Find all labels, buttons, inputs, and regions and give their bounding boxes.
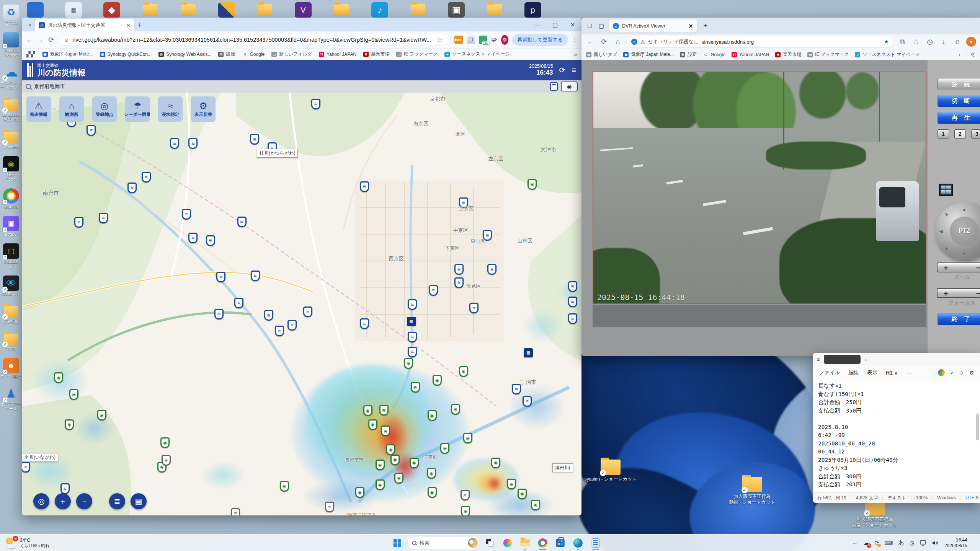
camera-marker[interactable]: ◉ xyxy=(428,487,437,498)
camera-marker[interactable]: ◉ xyxy=(390,455,400,465)
new-tab-button[interactable]: + xyxy=(700,20,711,31)
menu-view[interactable]: 表示 xyxy=(867,369,877,376)
zoom-out-button[interactable]: － xyxy=(76,493,92,509)
address-bar[interactable]: ⊙ river.go.jp/kawabou/mb?zm=12&clat=35.0… xyxy=(59,34,451,46)
gauge-marker[interactable]: ≋ xyxy=(523,396,532,407)
bookmark-item[interactable]: R楽天市場 xyxy=(363,51,389,57)
gauge-marker[interactable]: ≋ xyxy=(360,181,369,192)
settings-gear-icon[interactable]: ⚙ xyxy=(969,370,974,376)
camera-marker[interactable]: ◉ xyxy=(355,487,364,498)
bookmark-item[interactable]: Y!Yahoo! JAPAN xyxy=(732,52,769,57)
show-desktop-button[interactable] xyxy=(973,535,975,551)
gauge-marker[interactable]: ≋ xyxy=(287,320,297,331)
desktop-icon[interactable] xyxy=(218,2,235,18)
desktop-icon-intel[interactable]: ↗Intel(R) Tuning xyxy=(0,32,22,57)
alert-marker[interactable]: ▦ xyxy=(524,348,533,357)
locate-button[interactable]: ◎ xyxy=(33,493,49,509)
bookmark-item[interactable]: ◉Synology QuickCon... xyxy=(100,52,152,57)
quit-button[interactable]: 終 了 xyxy=(938,313,980,325)
flood-map[interactable]: ≋≋≋≋≋≋≋≋≋≋≋≋≋≋≋≋≋≋≋≋≋≋≋≋≋≋≋≋≋≋≋≋≋≋≋≋≋≋≋≋… xyxy=(22,93,581,515)
gauge-marker[interactable]: ≋ xyxy=(275,326,284,336)
play-button[interactable]: 再 生 xyxy=(938,112,980,124)
camera-marker[interactable]: ◉ xyxy=(376,479,385,490)
favorite-star-icon[interactable]: ★ xyxy=(884,38,889,45)
disconnect-button[interactable]: 切 断 xyxy=(938,95,980,107)
gauge-marker[interactable]: ≋ xyxy=(568,297,577,307)
camera-marker[interactable]: ◉ xyxy=(427,468,436,479)
timer-extension-icon[interactable]: 16s xyxy=(479,36,487,44)
river-tooltip-setagawa[interactable]: 瀬田川( xyxy=(552,463,573,472)
connect-button[interactable]: 接 続 xyxy=(938,78,980,90)
bookmark-item[interactable]: ⚙設定 xyxy=(218,51,235,57)
camera-marker[interactable]: ◉ xyxy=(428,410,437,421)
bookmark-item[interactable]: GGoogle xyxy=(703,52,725,57)
gauge-marker[interactable]: ≋ xyxy=(461,490,470,500)
edge-active-tab[interactable]: e DVR ActiveX Viewer ✕ xyxy=(609,20,697,33)
downloads-icon[interactable]: ↓ xyxy=(939,38,949,46)
gauge-marker[interactable]: ≋ xyxy=(182,209,191,220)
map-tool-button[interactable]: ☂レーダー雨量 xyxy=(125,96,150,122)
menu-kebab-icon[interactable]: ⋮ xyxy=(572,36,578,43)
gauge-marker[interactable]: ≋ xyxy=(188,233,198,243)
ptz-downleft-arrow[interactable]: ▲ xyxy=(942,246,950,253)
view-3-button[interactable]: 3 xyxy=(971,129,980,139)
view-2-button[interactable]: 2 xyxy=(954,129,966,139)
gauge-marker[interactable]: ≋ xyxy=(311,99,320,109)
search-highlight-image[interactable] xyxy=(468,538,478,548)
desktop-icon-folder[interactable]: ✓27e456c xyxy=(0,303,22,324)
gauge-marker[interactable]: ≋ xyxy=(454,277,464,288)
copilot-icon[interactable] xyxy=(938,369,945,376)
bookmark-item[interactable]: ◕ソースネクスト マイページ xyxy=(855,51,920,58)
camera-marker[interactable]: ◉ xyxy=(461,506,470,515)
desktop-icon[interactable]: ▣ xyxy=(448,2,465,18)
address-bar[interactable]: e ⚠ セキュリティ保護なし sinsenyasai.nsddns.org ★ xyxy=(627,36,893,47)
copilot-button[interactable] xyxy=(500,535,515,551)
gauge-marker[interactable]: ≋ xyxy=(568,313,577,324)
gauge-marker[interactable]: ≋ xyxy=(142,172,151,183)
bookmark-star-icon[interactable]: ☆ xyxy=(435,36,445,44)
tab-search-icon[interactable]: ∨ xyxy=(25,20,35,30)
desktop-icon[interactable]: ◆ xyxy=(103,2,120,18)
ptz-left-arrow[interactable]: ◀ xyxy=(939,228,943,234)
bookmarks-overflow-icon[interactable]: » xyxy=(574,51,577,57)
back-button[interactable]: ← xyxy=(585,38,595,46)
ptz-up-arrow[interactable]: ▲ xyxy=(962,207,967,212)
camera-marker[interactable]: ◉ xyxy=(280,481,289,492)
desktop-icon-cms[interactable]: 👁✓CMS - シ xyxy=(0,276,22,296)
hamburger-menu-icon[interactable]: ≡ xyxy=(572,66,576,75)
desktop-icon-geforce[interactable]: ◉↗GeF Expe xyxy=(0,156,22,181)
heading-format-dropdown[interactable]: H1 ∨ xyxy=(886,370,898,376)
desktop-icon-zubari[interactable]: ☻↗ズバリ巨大 xyxy=(0,358,22,379)
zoom-in-button[interactable]: ＋ xyxy=(55,493,71,509)
camera-marker[interactable]: ◉ xyxy=(433,375,442,386)
map-tool-button[interactable]: ⚠発表情報 xyxy=(26,96,51,122)
menu-edit[interactable]: 編集 xyxy=(848,369,859,376)
cast-display-icon[interactable] xyxy=(920,540,927,546)
bookmark-item[interactable]: ◕ソースネクスト マイページ xyxy=(444,51,510,57)
maximize-button[interactable]: ▢ xyxy=(546,18,564,31)
gauge-marker[interactable]: ≋ xyxy=(231,508,240,515)
gauge-marker[interactable]: ≋ xyxy=(408,347,417,357)
desktop-icon[interactable] xyxy=(410,2,426,18)
desktop-icon-cloud[interactable]: ☁✓デスクトッ ートカット xyxy=(0,64,22,90)
desktop-icon-folder[interactable]: ✓2023 xyxy=(0,331,22,351)
favorites-icon[interactable]: ☆ xyxy=(911,37,921,46)
ptz-down-arrow[interactable]: ▼ xyxy=(962,251,967,257)
camera-marker[interactable]: ◉ xyxy=(528,179,537,190)
calendar-icon[interactable] xyxy=(550,82,558,91)
touch-keyboard-icon[interactable]: ⌨ xyxy=(885,540,893,546)
taskbar-search[interactable]: 検索 xyxy=(407,537,480,549)
desktop-icon[interactable] xyxy=(256,2,273,18)
tray-clock[interactable]: 16:44 2025/08/15 xyxy=(944,537,967,549)
desktop-icon-folder[interactable]: ✓17cce50 xyxy=(0,129,22,149)
view-1-button[interactable]: 1 xyxy=(938,129,949,139)
history-icon[interactable]: ◷ xyxy=(925,37,935,46)
map-tool-button[interactable]: ◎登録地点 xyxy=(92,96,117,122)
gauge-marker[interactable]: ≋ xyxy=(454,264,464,275)
home-button[interactable]: ⌂ xyxy=(613,38,623,46)
extensions-puzzle-icon[interactable]: 🧩︎ xyxy=(491,36,497,43)
ie-mode-toolbar-icon[interactable]: ℮ xyxy=(952,38,962,46)
close-button[interactable]: ✕ xyxy=(564,18,581,31)
gauge-marker[interactable]: ≋ xyxy=(234,298,243,308)
gauge-marker[interactable]: ≋ xyxy=(303,306,312,317)
